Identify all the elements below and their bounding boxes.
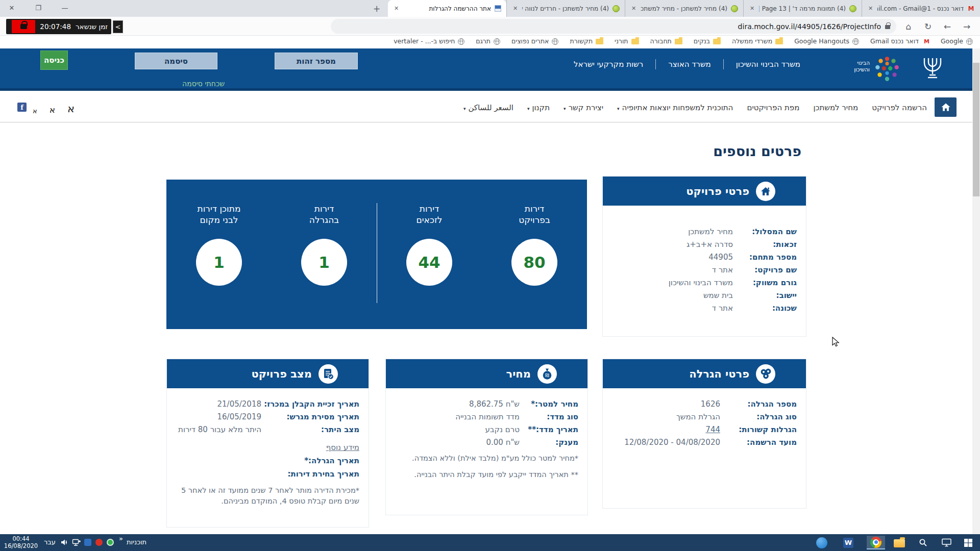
url-text[interactable]: dira.moch.gov.il/44905/1626/ProjectInfo	[738, 22, 881, 31]
taskbar-search-icon[interactable]	[914, 536, 932, 549]
green-icon	[612, 5, 620, 12]
browser-tab[interactable]: (4) מחיר למשתכן - מחיר למשתכ ✕	[625, 0, 743, 17]
window-minimize-button[interactable]: —	[59, 2, 70, 13]
link-ministry-housing[interactable]: משרד הבינוי והשיכון	[736, 60, 800, 69]
nav-menu-item[interactable]: السعر للساكن ▾	[463, 103, 513, 112]
address-bar[interactable]: dira.moch.gov.il/44905/1626/ProjectInfo	[331, 19, 896, 34]
detail-row: מחיר למטר:* 8,862.75 ש"ח	[395, 399, 578, 409]
stat-item: דירות בהגרלה 1	[278, 203, 370, 329]
back-button[interactable]: ←	[941, 20, 953, 33]
detail-row: מספר הגרלה: 1626	[612, 399, 797, 409]
folder-icon	[631, 39, 639, 44]
nav-menu-item[interactable]: מפת הפרויקטים ▾	[747, 103, 799, 112]
network-icon[interactable]	[72, 538, 81, 548]
forward-button[interactable]: →	[961, 20, 973, 33]
bookmark-item[interactable]: תחבורה	[650, 37, 682, 45]
globe-icon	[458, 38, 464, 45]
globe-icon	[494, 38, 500, 45]
bookmark-item[interactable]: Google Hangouts	[794, 37, 859, 45]
facebook-icon[interactable]: f	[17, 103, 27, 112]
tab-close-icon[interactable]: ✕	[749, 5, 755, 12]
password-field[interactable]: סיסמה	[135, 53, 217, 69]
browser-tab[interactable]: M דואר נכנס - 1@gmail.com - Gmail ✕	[862, 0, 980, 17]
scrollbar-thumb[interactable]	[973, 63, 979, 196]
taskbar-desktop-icon[interactable]	[937, 536, 955, 549]
stats-divider	[377, 203, 377, 303]
svg-text:₪: ₪	[545, 372, 549, 378]
browser-tab[interactable]: אתר ההרשמה להגרלות ✕	[388, 0, 506, 17]
id-number-field[interactable]: מספר זהות	[275, 53, 358, 69]
globe-icon	[552, 38, 558, 45]
detail-row: מספר מתחם: 44905	[612, 253, 797, 262]
price-panel-body: מחיר למטר:* 8,862.75 ש"ח סוג מדד: מדד תש…	[386, 388, 587, 515]
taskbar-chrome-icon[interactable]	[867, 536, 885, 549]
gov-links: משרד הבינוי והשיכון משרד האוצר רשות מקרק…	[574, 59, 800, 69]
window-close-button[interactable]: ✕	[6, 2, 17, 13]
tab-close-icon[interactable]: ✕	[393, 5, 400, 12]
forgot-password-link[interactable]: שכחתי סיסמה	[182, 80, 225, 88]
window-restore-button[interactable]: ❐	[33, 2, 44, 13]
start-button[interactable]	[961, 537, 976, 548]
nav-menu-item[interactable]: הרשמה לפרויקט ▾	[872, 103, 927, 112]
bookmark-item[interactable]: אתרים נפוצים	[511, 37, 558, 45]
nav-menu-item[interactable]: תקנון ▾	[527, 103, 550, 112]
price-footnote-1: *מחיר למטר כולל מע"מ (מלבד אילת) וללא הצ…	[395, 453, 578, 464]
login-button[interactable]: כניסה	[40, 51, 68, 70]
taskbar-word-icon[interactable]: W	[839, 536, 857, 549]
tray-app-red-icon[interactable]	[95, 539, 103, 546]
font-size-button[interactable]: א	[50, 106, 55, 114]
gmail-icon: M	[922, 38, 929, 45]
more-info-link[interactable]: מידע נוסף	[326, 443, 359, 452]
globe-icon	[852, 38, 859, 45]
tray-app-blue-icon[interactable]	[84, 539, 91, 546]
link-ministry-finance[interactable]: משרד האוצר	[668, 60, 711, 69]
detail-row: סוג מדד: מדד תשומות הבנייה	[395, 412, 578, 422]
bookmark-item[interactable]: בנקים	[694, 37, 721, 45]
nav-menu-item[interactable]: התוכנית למשפחות יוצאות אתיופיה ▾	[617, 103, 733, 112]
taskbar: 00:44 16/08/2020 עבר « תוכניות W	[0, 534, 980, 551]
bookmark-item[interactable]: תורני	[615, 37, 639, 45]
project-panel-header: פרטי פרויקט	[603, 177, 806, 206]
tray-app-green-icon[interactable]	[107, 539, 114, 546]
bookmark-item[interactable]: M דואר נכנס Gmail	[870, 37, 929, 45]
clock-time: 00:44	[2, 536, 40, 543]
language-indicator[interactable]: עבר	[44, 538, 56, 546]
lottery-details-panel: פרטי הגרלה מספר הגרלה: 1626 סוג הגרלה: ה…	[602, 359, 806, 509]
link-israel-land-authority[interactable]: רשות מקרקעי ישראל	[574, 60, 643, 69]
bookmark-item[interactable]: Google	[941, 37, 973, 45]
tab-close-icon[interactable]: ✕	[867, 5, 874, 12]
related-lotteries-link[interactable]: 744	[612, 425, 720, 435]
browser-tab[interactable]: (4) מחיר למשתכן - חרדים לנווה ש ✕	[506, 0, 625, 17]
taskbar-clock[interactable]: 00:44 16/08/2020	[2, 536, 40, 549]
bookmark-item[interactable]: תרגם	[476, 37, 500, 45]
nav-menu-item[interactable]: מחיר למשתכן ▾	[813, 103, 858, 112]
bookmark-item[interactable]: חיפוש ב-... - vertaler	[394, 37, 464, 45]
font-size-button[interactable]: א	[33, 108, 37, 114]
browser-toolbar: → ← ↻ ⌂ dira.moch.gov.il/44905/1626/Proj…	[0, 17, 980, 36]
tab-close-icon[interactable]: ✕	[512, 5, 519, 12]
https-lock-icon[interactable]	[885, 25, 890, 29]
screen: { "browser":{ "window_controls":{"close"…	[0, 0, 980, 551]
browser-tab[interactable]: (4) תמונות מרמה ד' | Page 13 | פ ✕	[743, 0, 862, 17]
tray-expand-chevron-icon[interactable]: «	[119, 535, 123, 542]
nav-menu-item[interactable]: יצירת קשר ▾	[564, 103, 603, 112]
font-size-button[interactable]: א	[67, 104, 75, 114]
project-panel-title: פרטי פרויקט	[686, 185, 749, 197]
tab-close-icon[interactable]: ✕	[630, 5, 637, 12]
detail-row: יישוב: בית שמש	[612, 291, 797, 300]
bookmark-item[interactable]: תקשורת	[570, 37, 603, 45]
reload-button[interactable]: ↻	[922, 20, 934, 33]
home-button[interactable]: ⌂	[902, 20, 915, 33]
overlay-expand-button[interactable]: >	[113, 20, 123, 33]
programs-toolbar-label[interactable]: תוכניות	[127, 538, 146, 546]
new-tab-button[interactable]: +	[371, 3, 383, 15]
volume-icon[interactable]	[60, 538, 68, 548]
site-nav-bar: הרשמה לפרויקט ▾ מחיר למשתכן ▾ מפת הפרויק…	[0, 93, 980, 122]
lottery-balls-icon	[756, 364, 775, 384]
site-home-button[interactable]	[935, 97, 957, 117]
taskbar-file-explorer-icon[interactable]	[890, 536, 909, 549]
status-footnote: *מכירת הדירה מותר לאחר 7 שנים ממועד זה א…	[176, 485, 359, 507]
scrollbar-track[interactable]	[972, 48, 980, 534]
bookmark-item[interactable]: משרדי ממשלה	[732, 37, 783, 45]
taskbar-skype-icon[interactable]	[813, 536, 831, 549]
